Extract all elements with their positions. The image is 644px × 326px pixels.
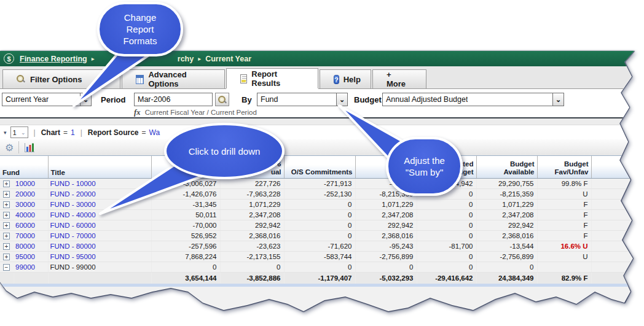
callout-adjust-sum-by: Adjust the "Sum by" [386, 137, 463, 196]
screenshot-canvas: $ Finance Reporting ▸ rchy ▸ Current Yea… [0, 0, 644, 326]
callout-text: Formats [123, 35, 157, 47]
callout-text: "Sum by" [406, 166, 444, 178]
callout-click-to-drill-down: Click to drill down [164, 123, 285, 179]
callout-text: Report [126, 23, 154, 35]
callout-text: Adjust the [404, 155, 445, 166]
callout-change-report-formats: Change Report Formats [97, 2, 183, 56]
callout-text: Click to drill down [189, 146, 261, 157]
callout-tails [0, 0, 644, 326]
callout-text: Change [124, 12, 157, 23]
